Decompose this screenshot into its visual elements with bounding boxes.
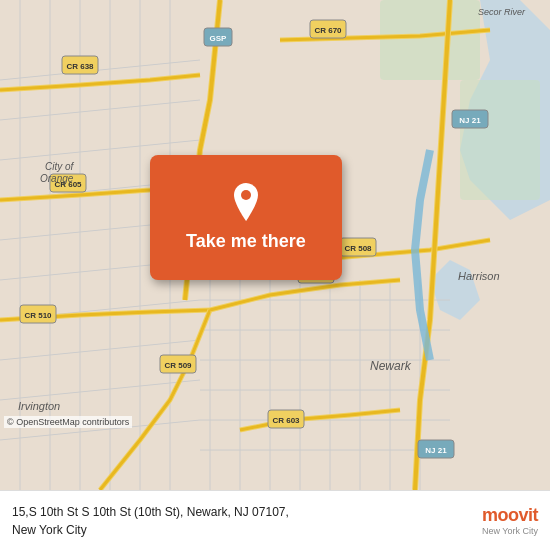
- cr510-label: CR 510: [24, 311, 52, 320]
- osm-attribution: © OpenStreetMap contributors: [4, 416, 132, 428]
- address-text: 15,S 10th St S 10th St (10th St), Newark…: [12, 503, 472, 539]
- bottom-bar: 15,S 10th St S 10th St (10th St), Newark…: [0, 490, 550, 550]
- cr638-label: CR 638: [66, 62, 94, 71]
- cr509-left-label: CR 509: [164, 361, 192, 370]
- take-me-there-button[interactable]: Take me there: [150, 155, 342, 280]
- cr603-label: CR 603: [272, 416, 300, 425]
- location-pin-icon: [230, 183, 262, 223]
- svg-rect-2: [460, 80, 540, 200]
- map-container: CR 638 GSP CR 670 CR 605 CR 510 CR 509 C…: [0, 0, 550, 490]
- cr670-label: CR 670: [314, 26, 342, 35]
- svg-point-44: [241, 190, 251, 200]
- city-of-orange-label2: Orange: [40, 173, 74, 184]
- irvington-label: Irvington: [18, 400, 60, 412]
- gsp-label: GSP: [210, 34, 228, 43]
- harrison-label: Harrison: [458, 270, 500, 282]
- city-of-orange-label: City of: [45, 161, 75, 172]
- moovit-subtitle: New York City: [482, 526, 538, 536]
- take-me-there-label: Take me there: [186, 231, 306, 252]
- svg-rect-1: [380, 0, 480, 80]
- address-line2: New York City: [12, 523, 87, 537]
- cr508-label: CR 508: [344, 244, 372, 253]
- newark-label: Newark: [370, 359, 412, 373]
- moovit-logo: moovit New York City: [482, 505, 538, 536]
- address-line1: 15,S 10th St S 10th St (10th St), Newark…: [12, 505, 289, 519]
- moovit-logo-text: moovit: [482, 505, 538, 526]
- secor-river-label: Secor River: [478, 7, 526, 17]
- nj21-top-label: NJ 21: [459, 116, 481, 125]
- nj21-bot-label: NJ 21: [425, 446, 447, 455]
